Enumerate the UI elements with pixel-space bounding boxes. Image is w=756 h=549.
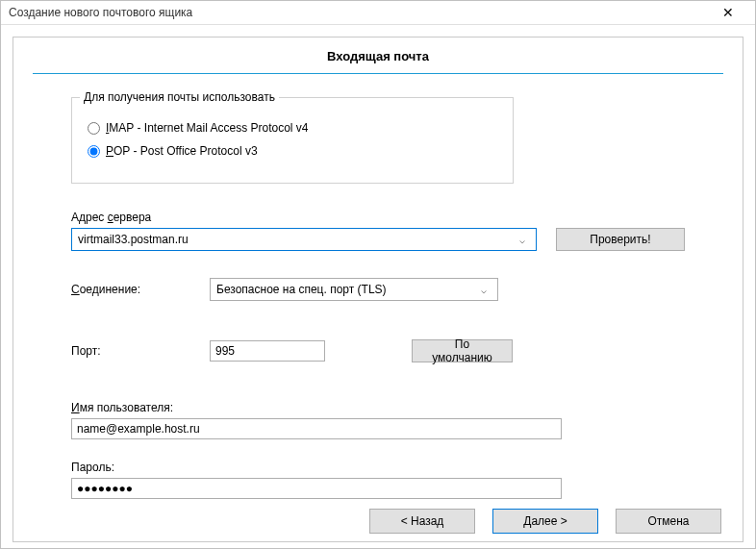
server-block: Адрес сервера virtmail33.postman.ru ⌵ Пр… xyxy=(71,211,685,251)
server-value: virtmail33.postman.ru xyxy=(78,233,515,246)
chevron-down-icon: ⌵ xyxy=(515,235,530,245)
protocol-legend: Для получения почты использовать xyxy=(80,90,279,104)
back-button[interactable]: < Назад xyxy=(369,509,475,534)
connection-row: Соединение: Безопасное на спец. порт (TL… xyxy=(71,278,685,301)
connection-value: Безопасное на спец. порт (TLS) xyxy=(216,283,476,296)
port-label: Порт: xyxy=(71,344,210,358)
window-title: Создание нового почтового ящика xyxy=(9,6,709,19)
password-input[interactable] xyxy=(71,478,562,499)
close-icon[interactable]: ✕ xyxy=(709,1,747,24)
default-port-button[interactable]: По умолчанию xyxy=(412,339,513,362)
check-button[interactable]: Проверить! xyxy=(556,228,685,251)
form-body: Для получения почты использовать IMAP - … xyxy=(13,97,743,499)
password-label: Пароль: xyxy=(71,461,685,474)
radio-pop-label: POP - Post Office Protocol v3 xyxy=(106,144,258,158)
connection-label: Соединение: xyxy=(71,283,210,296)
password-block: Пароль: xyxy=(71,461,685,499)
protocol-groupbox: Для получения почты использовать IMAP - … xyxy=(71,97,514,184)
radio-pop-input[interactable] xyxy=(88,145,100,158)
radio-imap-label: IMAP - Internet Mail Access Protocol v4 xyxy=(106,121,309,135)
dialog-window: Создание нового почтового ящика ✕ Входящ… xyxy=(0,0,756,549)
server-label: Адрес сервера xyxy=(71,211,685,224)
content-area: Входящая почта Для получения почты испол… xyxy=(1,25,755,549)
cancel-button[interactable]: Отмена xyxy=(616,509,721,534)
divider xyxy=(33,73,723,74)
radio-imap-input[interactable] xyxy=(88,122,100,135)
wizard-panel: Входящая почта Для получения почты испол… xyxy=(13,37,743,542)
username-label: Имя пользователя: xyxy=(71,401,685,414)
username-block: Имя пользователя: xyxy=(71,401,685,439)
connection-combo[interactable]: Безопасное на спец. порт (TLS) ⌵ xyxy=(210,278,498,301)
server-combo[interactable]: virtmail33.postman.ru ⌵ xyxy=(71,228,537,251)
port-input[interactable] xyxy=(210,340,325,362)
wizard-buttons: < Назад Далее > Отмена xyxy=(13,499,743,541)
port-row: Порт: По умолчанию xyxy=(71,339,685,362)
panel-title: Входящая почта xyxy=(13,37,743,73)
next-button[interactable]: Далее > xyxy=(492,509,598,534)
radio-imap[interactable]: IMAP - Internet Mail Access Protocol v4 xyxy=(88,121,497,135)
radio-pop[interactable]: POP - Post Office Protocol v3 xyxy=(88,144,497,158)
chevron-down-icon: ⌵ xyxy=(476,285,491,295)
titlebar: Создание нового почтового ящика ✕ xyxy=(1,1,755,25)
username-input[interactable] xyxy=(71,418,562,439)
